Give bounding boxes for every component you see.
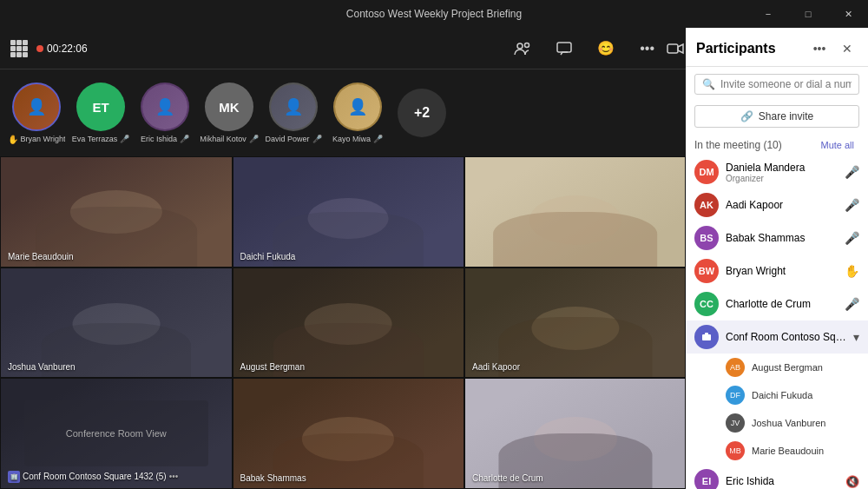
video-cell-marie: Marie Beaudouin bbox=[0, 156, 233, 268]
strip-item-eva[interactable]: ET Eva Terrazas 🎤 bbox=[69, 83, 132, 143]
participants-panel: Participants ••• ✕ 🔍 🔗 Share invite In t… bbox=[686, 28, 868, 489]
avatar-daniela: DM bbox=[694, 160, 719, 184]
name-confroom: Conf Room Contoso Square 14... bbox=[726, 331, 846, 343]
info-babak: Babak Shammas bbox=[726, 232, 838, 244]
participant-sub-joshua[interactable]: JV Joshua Vanburen bbox=[686, 409, 868, 437]
avatar-daichi-sub: DF bbox=[726, 386, 745, 405]
participant-item-charlotte[interactable]: CC Charlotte de Crum 🎤 bbox=[686, 287, 868, 320]
right-video-grid: Aadi Kapoor Charlotte de Crum bbox=[464, 156, 686, 489]
name-joshua-sub: Joshua Vanburen bbox=[752, 418, 859, 428]
label-august: August Bergman bbox=[240, 362, 306, 372]
app-grid-icon[interactable] bbox=[10, 40, 28, 57]
participant-item-eric[interactable]: EI Eric Ishida 🔇 bbox=[686, 465, 868, 489]
search-bar: 🔍 bbox=[694, 74, 859, 95]
conf-room-icon: 🏢 bbox=[8, 471, 20, 483]
emoji-icon[interactable]: 😊 bbox=[592, 35, 620, 63]
panel-header: Participants ••• ✕ bbox=[686, 28, 868, 67]
strip-avatar-eva: ET bbox=[76, 83, 125, 131]
svg-rect-2 bbox=[557, 43, 571, 52]
video-cell-aadi: Aadi Kapoor bbox=[464, 268, 686, 379]
label-aadi: Aadi Kapoor bbox=[472, 362, 520, 372]
strip-avatar-eric: 👤 bbox=[141, 83, 189, 131]
avatar-confroom bbox=[694, 325, 719, 349]
avatar-charlotte: CC bbox=[694, 292, 719, 316]
strip-name-david: David Power 🎤 bbox=[265, 135, 321, 143]
name-daniela: Daniela Mandera bbox=[726, 162, 838, 174]
strip-item-more[interactable]: +2 bbox=[391, 89, 453, 137]
minimize-button[interactable]: − bbox=[748, 0, 788, 28]
video-cell-charlotte: Charlotte de Crum bbox=[464, 378, 686, 489]
avatar-marie-sub: MB bbox=[726, 441, 745, 460]
name-daichi-sub: Daichi Fukuda bbox=[752, 390, 859, 400]
strip-name-eric: Eric Ishida 🎤 bbox=[141, 135, 189, 143]
action-eric: 🔇 bbox=[845, 475, 859, 488]
panel-title: Participants bbox=[696, 41, 776, 56]
action-aadi: 🎤 bbox=[845, 198, 859, 212]
svg-rect-3 bbox=[667, 44, 678, 53]
svg-point-1 bbox=[524, 43, 529, 47]
strip-avatar-mikhail: MK bbox=[205, 83, 253, 131]
strip-name-bryan: ✋ Bryan Wright bbox=[8, 135, 66, 144]
top-bar-left: 00:22:06 bbox=[0, 40, 509, 57]
participant-sub-daichi[interactable]: DF Daichi Fukuda bbox=[686, 381, 868, 409]
recording-badge: 00:22:06 bbox=[36, 43, 88, 55]
panel-header-icons: ••• ✕ bbox=[809, 38, 858, 59]
info-august-sub: August Bergman bbox=[752, 362, 859, 373]
hand-icon-bryan: ✋ bbox=[845, 264, 859, 278]
info-marie-sub: Marie Beaudouin bbox=[752, 446, 859, 456]
info-confroom: Conf Room Contoso Square 14... bbox=[726, 331, 846, 343]
maximize-button[interactable]: □ bbox=[788, 0, 828, 28]
search-input[interactable] bbox=[720, 78, 852, 90]
label-conf: 🏢 Conf Room Contoso Square 1432 (5) ••• bbox=[8, 471, 178, 483]
title-bar: Contoso West Weekly Project Briefing − □… bbox=[0, 0, 868, 28]
panel-close-button[interactable]: ✕ bbox=[837, 38, 858, 59]
left-video-grid: Marie Beaudouin Daichi Fukuda Joshua Van… bbox=[0, 156, 464, 489]
info-daichi-sub: Daichi Fukuda bbox=[752, 390, 859, 400]
video-cell-daichi: Daichi Fukuda bbox=[233, 156, 465, 268]
window-controls: − □ ✕ bbox=[748, 0, 868, 28]
camera-button[interactable] bbox=[661, 35, 689, 63]
participant-list: DM Daniela Mandera Organizer 🎤 AK Aadi K… bbox=[686, 155, 868, 489]
avatar-babak: BS bbox=[694, 226, 719, 250]
name-eric: Eric Ishida bbox=[726, 475, 838, 487]
action-confroom: ▾ bbox=[853, 330, 859, 344]
avatar-bryan: BW bbox=[694, 259, 719, 283]
recording-timer: 00:22:06 bbox=[47, 43, 88, 55]
avatar-august-sub: AB bbox=[726, 358, 745, 377]
name-charlotte: Charlotte de Crum bbox=[726, 298, 838, 310]
strip-item-mikhail[interactable]: MK Mikhail Kotov 🎤 bbox=[198, 83, 260, 143]
participant-item-confroom[interactable]: Conf Room Contoso Square 14... ▾ bbox=[686, 320, 868, 354]
name-babak: Babak Shammas bbox=[726, 232, 838, 244]
share-icon: 🔗 bbox=[740, 110, 753, 122]
close-button[interactable]: ✕ bbox=[828, 0, 868, 28]
chat-icon[interactable] bbox=[550, 35, 578, 63]
info-charlotte: Charlotte de Crum bbox=[726, 298, 838, 310]
share-invite-button[interactable]: 🔗 Share invite bbox=[694, 105, 859, 128]
participant-sub-marie[interactable]: MB Marie Beaudouin bbox=[686, 437, 868, 465]
strip-item-kayo[interactable]: 👤 Kayo Miwa 🎤 bbox=[326, 83, 389, 143]
participants-icon[interactable] bbox=[509, 35, 536, 63]
search-icon: 🔍 bbox=[702, 78, 715, 90]
video-cell-joshua: Joshua Vanburen bbox=[0, 268, 233, 379]
participant-strip: 👤 ✋ Bryan Wright ET Eva Terrazas 🎤 👤 Eri… bbox=[0, 69, 686, 156]
info-joshua-sub: Joshua Vanburen bbox=[752, 418, 859, 428]
strip-item-bryan[interactable]: 👤 ✋ Bryan Wright bbox=[5, 83, 68, 144]
label-daichi: Daichi Fukuda bbox=[240, 252, 296, 261]
participant-sub-august[interactable]: AB August Bergman bbox=[686, 354, 868, 381]
participant-item-daniela[interactable]: DM Daniela Mandera Organizer 🎤 bbox=[686, 155, 868, 188]
more-icon[interactable]: ••• bbox=[634, 35, 661, 63]
strip-name-eva: Eva Terrazas 🎤 bbox=[72, 135, 129, 143]
participant-item-bryan[interactable]: BW Bryan Wright ✋ bbox=[686, 254, 868, 287]
participant-item-babak[interactable]: BS Babak Shammas 🎤 bbox=[686, 221, 868, 254]
svg-rect-9 bbox=[705, 333, 708, 335]
strip-item-david[interactable]: 👤 David Power 🎤 bbox=[262, 83, 325, 143]
name-august-sub: August Bergman bbox=[752, 362, 859, 373]
mute-all-button[interactable]: Mute all bbox=[815, 138, 859, 152]
strip-item-eric[interactable]: 👤 Eric Ishida 🎤 bbox=[134, 83, 196, 143]
recording-dot bbox=[36, 45, 43, 52]
participant-item-aadi[interactable]: AK Aadi Kapoor 🎤 bbox=[686, 188, 868, 221]
video-cell-conf: Conference Room View 🏢 Conf Room Contoso… bbox=[0, 378, 233, 489]
avatar-eric: EI bbox=[694, 469, 719, 489]
svg-point-0 bbox=[517, 43, 523, 49]
panel-more-button[interactable]: ••• bbox=[809, 38, 830, 59]
